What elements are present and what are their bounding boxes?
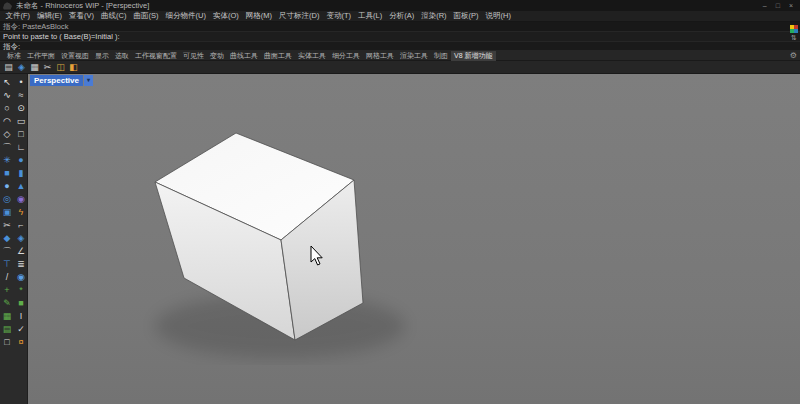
- arc-icon[interactable]: ◠: [0, 115, 14, 128]
- close-button[interactable]: ×: [789, 2, 793, 9]
- cone-icon[interactable]: ▲: [14, 180, 28, 193]
- viewport-perspective[interactable]: Perspective ▾: [28, 74, 800, 404]
- viewport-canvas: [28, 74, 800, 404]
- menu-item-panels[interactable]: 面板(P): [450, 11, 482, 21]
- box-icon[interactable]: ■: [0, 167, 14, 180]
- command-history-line: 指令: PasteAsBlock: [0, 22, 800, 32]
- extrude-curve-icon[interactable]: ⊤: [0, 258, 14, 271]
- trim-icon[interactable]: ✂: [0, 219, 14, 232]
- paste-icon[interactable]: ◧: [68, 62, 79, 73]
- toolbar-tab-viewport-layout[interactable]: 工作视窗配置: [132, 51, 180, 61]
- toolbar-tab-display[interactable]: 显示: [92, 51, 112, 61]
- command-prompt-line[interactable]: Point to paste to ( Base(B)=Initial ):: [0, 32, 800, 42]
- open-file-icon[interactable]: ◈: [16, 62, 27, 73]
- menu-item-view[interactable]: 查看(V): [66, 11, 98, 21]
- toolbar-tab-transform[interactable]: 变动: [207, 51, 227, 61]
- toolbar-tab-curve-tools[interactable]: 曲线工具: [227, 51, 261, 61]
- menu-item-dimension[interactable]: 尺寸标注(D): [276, 11, 323, 21]
- minimize-button[interactable]: –: [763, 2, 767, 9]
- menu-item-surface[interactable]: 曲面(S): [130, 11, 162, 21]
- dimension-icon[interactable]: I: [14, 310, 28, 323]
- menu-item-mesh[interactable]: 网格(M): [242, 11, 275, 21]
- rebuild-icon[interactable]: ◉: [14, 271, 28, 284]
- fillet-curve-icon[interactable]: ⌒: [0, 245, 14, 258]
- circle-icon[interactable]: ○: [0, 102, 14, 115]
- toolbar-gear-icon[interactable]: ⚙: [790, 51, 797, 61]
- boolean-difference-icon[interactable]: ◈: [14, 232, 28, 245]
- toolbar-tab-standard[interactable]: 标准: [4, 51, 24, 61]
- sphere-icon[interactable]: ●: [14, 154, 28, 167]
- viewport-dropdown-arrow[interactable]: ▾: [84, 75, 93, 86]
- command-area: 指令: PasteAsBlock Point to paste to ( Bas…: [0, 22, 800, 51]
- menu-item-solid[interactable]: 实体(O): [209, 11, 242, 21]
- point-cloud-icon[interactable]: ✳: [0, 154, 14, 167]
- extrude-surface-icon[interactable]: ▣: [0, 206, 14, 219]
- toolbar-tabs: 标准工作平面设置视图显示选取工作视窗配置可见性变动曲线工具曲面工具实体工具细分工…: [0, 51, 800, 61]
- rhino-logo-icon: [3, 2, 12, 10]
- single-point-icon[interactable]: •: [14, 76, 28, 89]
- interpolate-curve-icon[interactable]: ≈: [14, 89, 28, 102]
- select-icon[interactable]: ↖: [0, 76, 14, 89]
- flatten-icon[interactable]: ▤: [0, 323, 14, 336]
- rounded-rectangle-icon[interactable]: □: [14, 128, 28, 141]
- polygon-icon[interactable]: ◇: [0, 128, 14, 141]
- menu-bar: 文件(F)编辑(E)查看(V)曲线(C)曲面(S)细分物件(U)实体(O)网格(…: [0, 11, 800, 22]
- toolbar-tab-set-view[interactable]: 设置视图: [58, 51, 92, 61]
- array-icon[interactable]: ≣: [14, 258, 28, 271]
- ellipsoid-icon[interactable]: ●: [0, 180, 14, 193]
- cylinder-icon[interactable]: ▮: [14, 167, 28, 180]
- toolbar-tab-visibility[interactable]: 可见性: [180, 51, 207, 61]
- toolbar-tab-subd-tools[interactable]: 细分工具: [329, 51, 363, 61]
- toolbar-tab-solid-tools[interactable]: 实体工具: [295, 51, 329, 61]
- toolbar-tab-new-in-v8[interactable]: V8 新增功能: [451, 51, 496, 61]
- chamfer-curve-icon[interactable]: ∠: [14, 245, 28, 258]
- explode-icon[interactable]: ϟ: [14, 206, 28, 219]
- new-file-icon[interactable]: ▤: [3, 62, 14, 73]
- toolbar-tab-cplanes[interactable]: 工作平面: [24, 51, 58, 61]
- cut-icon[interactable]: ✂: [42, 62, 53, 73]
- menu-item-tools[interactable]: 工具(L): [355, 11, 386, 21]
- toolbar-tab-select[interactable]: 选取: [112, 51, 132, 61]
- menu-item-transform[interactable]: 变动(T): [323, 11, 355, 21]
- layout-icon[interactable]: □: [0, 336, 14, 349]
- menu-item-help[interactable]: 说明(H): [482, 11, 514, 21]
- command-history-icon[interactable]: [790, 25, 798, 33]
- menu-item-analyze[interactable]: 分析(A): [386, 11, 418, 21]
- quick-toolbar: ▤◈▦✂◫◧: [0, 61, 800, 74]
- menu-item-subd[interactable]: 细分物件(U): [162, 11, 209, 21]
- menu-item-render[interactable]: 渲染(R): [418, 11, 450, 21]
- point-edit-icon[interactable]: +: [0, 284, 14, 297]
- ellipse-icon[interactable]: ⊙: [14, 102, 28, 115]
- menu-item-curve[interactable]: 曲线(C): [98, 11, 130, 21]
- explode-mesh-icon[interactable]: *: [14, 284, 28, 297]
- tube-icon[interactable]: ◎: [0, 193, 14, 206]
- render-icon[interactable]: ¤: [14, 336, 28, 349]
- toolbar-tab-mesh-tools[interactable]: 网格工具: [363, 51, 397, 61]
- window-title: 未命名 - Rhinoceros WIP - [Perspective]: [16, 1, 763, 11]
- toolbar-tab-surface-tools[interactable]: 曲面工具: [261, 51, 295, 61]
- surface-from-curves-icon[interactable]: ✎: [0, 297, 14, 310]
- viewport-title[interactable]: Perspective: [30, 75, 83, 86]
- expand-command-area-icon[interactable]: ⇅: [790, 34, 798, 42]
- toolbar-tab-render-tools[interactable]: 渲染工具: [397, 51, 431, 61]
- title-bar: 未命名 - Rhinoceros WIP - [Perspective] – □…: [0, 0, 800, 11]
- mesh-icon[interactable]: ▦: [0, 310, 14, 323]
- menu-item-edit[interactable]: 编辑(E): [34, 11, 66, 21]
- maximize-button[interactable]: □: [776, 2, 780, 9]
- rectangle-icon[interactable]: ▭: [14, 115, 28, 128]
- save-file-icon[interactable]: ▦: [29, 62, 40, 73]
- mesh-box-icon[interactable]: ■: [14, 297, 28, 310]
- tool-sidebar: ↖•∿≈○⊙◠▭◇□⌒∟✳●■▮●▲◎◉▣ϟ✂⌐◆◈⌒∠⊤≣/◉+*✎■▦I▤✓…: [0, 74, 28, 404]
- analyze-check-icon[interactable]: ✓: [14, 323, 28, 336]
- torus-icon[interactable]: ◉: [14, 193, 28, 206]
- polyline-icon[interactable]: ∟: [14, 141, 28, 154]
- copy-icon[interactable]: ◫: [55, 62, 66, 73]
- control-point-curve-icon[interactable]: ∿: [0, 89, 14, 102]
- toolbar-tab-drafting[interactable]: 制图: [431, 51, 451, 61]
- boolean-union-icon[interactable]: ◆: [0, 232, 14, 245]
- fillet-edge-icon[interactable]: ⌐: [14, 219, 28, 232]
- curve-tools-icon[interactable]: ⌒: [0, 141, 14, 154]
- split-icon[interactable]: /: [0, 271, 14, 284]
- menu-item-file[interactable]: 文件(F): [2, 11, 34, 21]
